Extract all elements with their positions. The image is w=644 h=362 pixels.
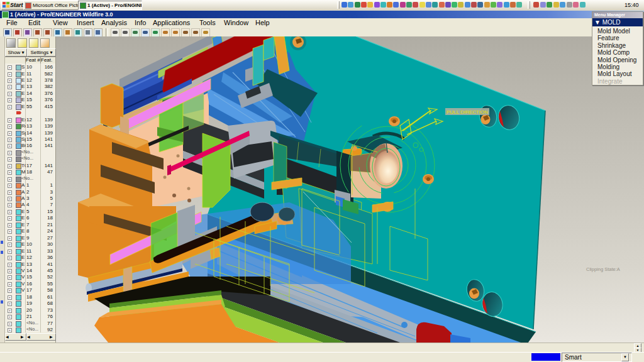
svg-text:PULL DIRECTION: PULL DIRECTION [447,109,488,115]
svg-text:Clipping State:A: Clipping State:A [586,266,620,272]
